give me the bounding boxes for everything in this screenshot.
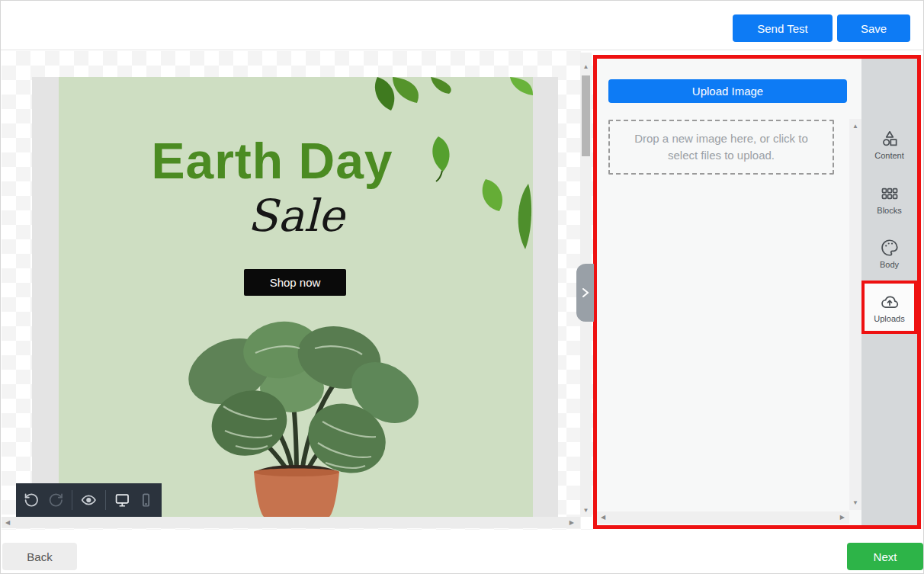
desktop-view-icon[interactable] [114,492,130,508]
mobile-view-icon[interactable] [138,492,154,508]
scroll-down-arrow-icon[interactable]: ▼ [580,507,592,514]
shapes-icon [880,129,900,149]
next-button[interactable]: Next [847,543,923,570]
top-toolbar: Send Test Save [1,1,923,50]
uploads-panel: Upload Image Drop a new image here, or c… [593,55,921,529]
email-canvas[interactable]: Earth Day Sale Shop now [2,51,593,530]
image-dropzone[interactable]: Drop a new image here, or click to selec… [608,120,834,175]
email-builder-window: Send Test Save Earth [0,0,924,574]
dropzone-text: Drop a new image here, or click to selec… [630,130,813,165]
grid-blocks-icon [880,184,900,204]
send-test-button[interactable]: Send Test [733,14,833,42]
earth-day-banner-block[interactable]: Earth Day Sale Shop now [59,77,533,518]
scroll-down-arrow-icon[interactable]: ▼ [849,499,861,506]
undo-icon[interactable] [24,492,40,508]
panel-vertical-scrollbar[interactable]: ▲ ▼ [849,119,861,510]
panel-horizontal-scrollbar[interactable]: ◀ ▶ [597,511,849,524]
shop-now-button[interactable]: Shop now [244,269,346,296]
canvas-horizontal-scrollbar[interactable]: ◀ ▶ [2,517,580,528]
preview-toolbar [16,483,162,517]
scroll-right-arrow-icon[interactable]: ▶ [569,519,574,526]
scroll-left-arrow-icon[interactable]: ◀ [5,519,10,526]
sidebar-item-label: Blocks [877,206,901,215]
sidebar-item-label: Uploads [874,314,904,323]
sidebar-item-label: Content [874,151,904,160]
email-preview-card[interactable]: Earth Day Sale Shop now [32,77,558,518]
banner-headline[interactable]: Earth Day [59,132,486,190]
panel-collapse-handle[interactable] [576,264,594,322]
scroll-up-arrow-icon[interactable]: ▲ [580,63,592,70]
sidebar-item-uploads[interactable]: Uploads [861,281,917,334]
save-button[interactable]: Save [837,14,910,42]
toolbar-divider [105,490,106,510]
banner-subheadline[interactable]: Sale [59,190,533,242]
cloud-upload-icon [880,292,900,312]
plant-image[interactable] [165,315,425,518]
sidebar-item-blocks[interactable]: Blocks [861,174,917,224]
wizard-footer: Back Next [1,530,923,574]
back-button[interactable]: Back [2,543,77,570]
redo-icon[interactable] [48,492,64,508]
sidebar-item-label: Body [880,260,899,269]
preview-eye-icon[interactable] [81,492,97,508]
chevron-right-icon [581,287,590,298]
uploads-panel-body: Upload Image Drop a new image here, or c… [597,59,861,525]
scroll-left-arrow-icon[interactable]: ◀ [601,514,605,521]
scroll-up-arrow-icon[interactable]: ▲ [849,123,861,130]
vertical-scroll-thumb[interactable] [582,75,590,156]
sidebar-item-body[interactable]: Body [861,228,917,278]
sidebar-item-content[interactable]: Content [861,119,917,169]
scroll-right-arrow-icon[interactable]: ▶ [840,514,845,521]
upload-image-button[interactable]: Upload Image [608,79,847,103]
toolbar-divider [72,490,72,510]
palette-icon [880,238,900,258]
editor-sidebar: Content Blocks Body [861,59,917,525]
